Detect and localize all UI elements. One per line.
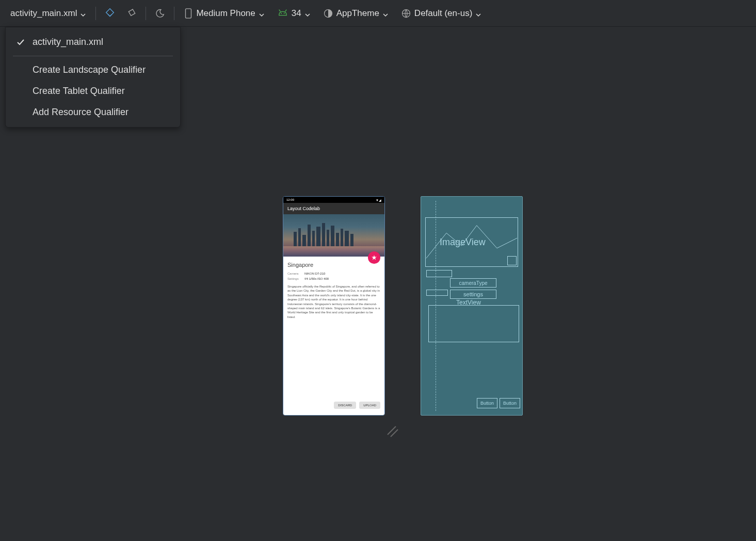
camera-label: Camera bbox=[287, 272, 298, 275]
layout-editor-toolbar: activity_main.xml Medium Phone 34 AppThe… bbox=[0, 0, 756, 27]
app-title: Layout Codelab bbox=[287, 206, 320, 211]
locale-dropdown[interactable]: Default (en-us) bbox=[396, 5, 487, 22]
content-area: Singapore Camera NIKON D7-210 Settings f… bbox=[283, 257, 384, 415]
dropdown-item-resource[interactable]: Add Resource Qualifier bbox=[6, 102, 180, 123]
status-time: 12:00 bbox=[286, 198, 294, 201]
svg-point-2 bbox=[284, 13, 285, 14]
discard-button[interactable]: DISCARD bbox=[334, 402, 356, 409]
status-bar: 12:00 ▼◢ bbox=[283, 197, 384, 203]
bp-fab-outline bbox=[507, 256, 517, 265]
dropdown-item-tablet[interactable]: Create Tablet Qualifier bbox=[6, 81, 180, 102]
theme-icon bbox=[323, 8, 333, 19]
bp-button-right[interactable]: Button bbox=[500, 398, 520, 408]
dropdown-separator bbox=[13, 56, 173, 56]
svg-point-1 bbox=[281, 13, 282, 14]
toolbar-divider bbox=[95, 7, 96, 20]
phone-icon bbox=[184, 8, 193, 19]
chevron-down-icon bbox=[304, 10, 311, 17]
globe-icon bbox=[401, 8, 411, 19]
settings-label: Settings bbox=[287, 277, 299, 280]
night-mode-icon[interactable] bbox=[150, 5, 170, 22]
camera-row: Camera NIKON D7-210 bbox=[287, 272, 380, 275]
bp-textview[interactable] bbox=[428, 305, 519, 342]
api-level-dropdown[interactable]: 34 bbox=[272, 5, 316, 22]
bp-imageview-label: ImageView bbox=[440, 237, 486, 248]
settings-row: Settings f/4 1/50s ISO 400 bbox=[287, 277, 380, 280]
dropdown-selected-label: activity_main.xml bbox=[33, 37, 103, 47]
bp-cameratype-label: cameraType bbox=[459, 280, 487, 286]
description-text: Singapore officially the Republic of Sin… bbox=[287, 284, 380, 319]
bp-small-box-1[interactable] bbox=[426, 270, 452, 277]
device-dropdown[interactable]: Medium Phone bbox=[179, 5, 269, 22]
file-name-label: activity_main.xml bbox=[10, 8, 77, 19]
button-row: DISCARD UPLOAD bbox=[334, 402, 380, 409]
chevron-down-icon bbox=[382, 10, 389, 17]
toolbar-divider bbox=[146, 7, 146, 20]
theme-dropdown[interactable]: AppTheme bbox=[318, 5, 394, 22]
bp-button-right-label: Button bbox=[503, 401, 517, 406]
bp-button-left[interactable]: Button bbox=[477, 398, 497, 408]
star-icon bbox=[371, 254, 377, 261]
theme-label: AppTheme bbox=[336, 8, 379, 19]
design-surface-icon[interactable] bbox=[100, 5, 120, 22]
locale-label: Default (en-us) bbox=[414, 8, 472, 19]
skyline-graphic bbox=[294, 223, 374, 246]
orientation-icon[interactable] bbox=[122, 5, 141, 22]
check-icon bbox=[16, 38, 25, 47]
svg-rect-0 bbox=[186, 8, 191, 18]
design-preview[interactable]: 12:00 ▼◢ Layout Codelab bbox=[283, 196, 385, 416]
bp-button-left-label: Button bbox=[480, 401, 494, 406]
bp-cameratype[interactable]: cameraType bbox=[450, 278, 496, 288]
blueprint-preview[interactable]: ImageView cameraType settings TextView B… bbox=[421, 196, 523, 416]
android-icon bbox=[277, 8, 288, 19]
status-icons: ▼◢ bbox=[376, 198, 381, 202]
dropdown-item-selected[interactable]: activity_main.xml bbox=[6, 31, 180, 53]
upload-button[interactable]: UPLOAD bbox=[359, 402, 380, 409]
fab-button[interactable] bbox=[368, 251, 380, 264]
bp-small-box-2[interactable] bbox=[426, 290, 448, 296]
file-dropdown[interactable]: activity_main.xml bbox=[5, 5, 91, 22]
hero-image bbox=[283, 214, 384, 257]
city-title: Singapore bbox=[287, 262, 380, 268]
device-label: Medium Phone bbox=[196, 8, 255, 19]
bp-settings[interactable]: settings bbox=[450, 290, 496, 299]
dropdown-item-label: Create Landscape Qualifier bbox=[33, 65, 146, 75]
dropdown-item-label: Create Tablet Qualifier bbox=[33, 86, 125, 97]
file-dropdown-menu: activity_main.xml Create Landscape Quali… bbox=[5, 27, 181, 128]
camera-value: NIKON D7-210 bbox=[304, 272, 325, 275]
app-bar: Layout Codelab bbox=[283, 203, 384, 214]
chevron-down-icon bbox=[259, 10, 265, 17]
dropdown-item-landscape[interactable]: Create Landscape Qualifier bbox=[6, 59, 180, 81]
chevron-down-icon bbox=[80, 10, 86, 17]
toolbar-divider bbox=[174, 7, 174, 20]
dropdown-item-label: Add Resource Qualifier bbox=[33, 107, 128, 118]
api-level-label: 34 bbox=[292, 8, 301, 19]
bp-settings-label: settings bbox=[463, 291, 483, 297]
resize-handle[interactable] bbox=[384, 423, 399, 438]
settings-value: f/4 1/50s ISO 400 bbox=[304, 277, 329, 280]
chevron-down-icon bbox=[475, 10, 481, 17]
